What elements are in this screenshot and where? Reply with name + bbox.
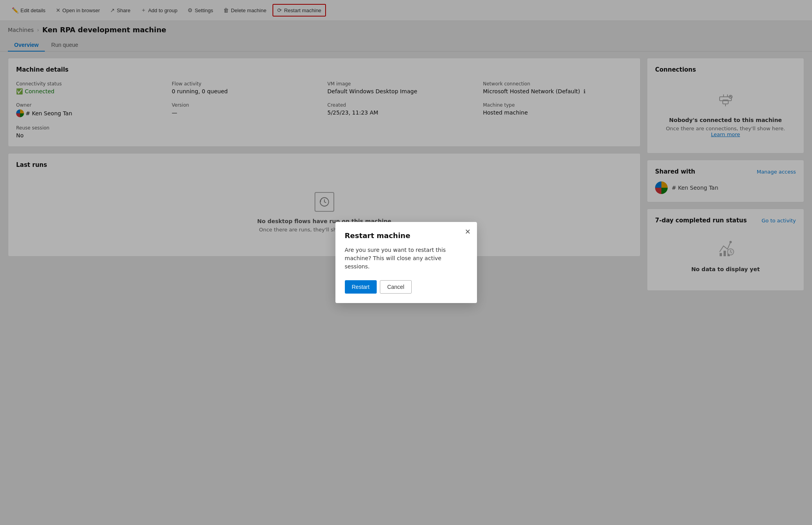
modal-actions: Restart Cancel (345, 280, 468, 294)
modal-close-button[interactable]: ✕ (465, 228, 471, 235)
modal-title: Restart machine (345, 231, 468, 240)
modal-body: Are you sure you want to restart this ma… (345, 246, 468, 271)
restart-confirm-button[interactable]: Restart (345, 280, 377, 294)
cancel-button[interactable]: Cancel (380, 280, 412, 294)
restart-machine-modal: Restart machine ✕ Are you sure you want … (335, 222, 477, 303)
modal-overlay: Restart machine ✕ Are you sure you want … (0, 0, 812, 525)
